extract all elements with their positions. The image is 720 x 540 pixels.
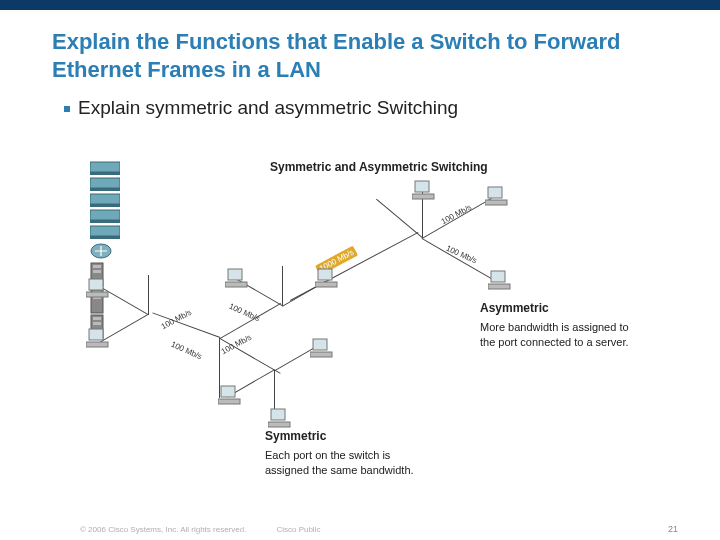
svg-rect-36 — [488, 187, 502, 198]
switch-icon — [90, 160, 120, 176]
bullet-text: Explain symmetric and asymmetric Switchi… — [78, 97, 458, 119]
svg-rect-18 — [93, 317, 101, 320]
svg-rect-5 — [90, 204, 120, 207]
slide-title: Explain the Functions that Enable a Swit… — [0, 10, 720, 91]
svg-rect-39 — [488, 284, 510, 289]
pc-icon — [412, 180, 436, 200]
top-accent-bar — [0, 0, 720, 10]
svg-rect-25 — [225, 282, 247, 287]
svg-rect-24 — [228, 269, 242, 280]
asymmetric-heading: Asymmetric — [480, 300, 630, 317]
svg-rect-37 — [485, 200, 507, 205]
link-speed-label: 100 Mb/s — [228, 302, 262, 324]
switch-icon — [90, 176, 120, 192]
pc-icon — [485, 186, 509, 206]
svg-rect-12 — [93, 265, 101, 268]
link — [422, 238, 496, 281]
svg-rect-29 — [218, 399, 240, 404]
svg-rect-30 — [313, 339, 327, 350]
svg-rect-2 — [90, 178, 120, 188]
svg-rect-26 — [318, 269, 332, 280]
svg-rect-32 — [271, 409, 285, 420]
pc-icon — [225, 268, 249, 288]
network-diagram: Symmetric and Asymmetric Switching 100 M… — [90, 160, 650, 490]
svg-rect-35 — [412, 194, 434, 199]
link — [282, 266, 283, 306]
svg-rect-7 — [90, 220, 120, 223]
svg-rect-21 — [86, 292, 108, 297]
svg-rect-34 — [415, 181, 429, 192]
svg-rect-31 — [310, 352, 332, 357]
asymmetric-body: More bandwidth is assigned to the port c… — [480, 320, 630, 351]
svg-rect-4 — [90, 194, 120, 204]
symmetric-body: Each port on the switch is assigned the … — [265, 448, 425, 479]
link — [274, 370, 275, 410]
svg-rect-13 — [93, 270, 101, 273]
svg-rect-0 — [90, 162, 120, 172]
svg-rect-6 — [90, 210, 120, 220]
svg-rect-38 — [491, 271, 505, 282]
svg-rect-28 — [221, 386, 235, 397]
pc-icon — [268, 408, 292, 428]
footer-label: Cisco Public — [276, 525, 320, 534]
link-speed-label: 100 Mb/s — [440, 203, 473, 226]
svg-rect-9 — [90, 236, 120, 239]
asymmetric-description: Asymmetric More bandwidth is assigned to… — [480, 300, 630, 351]
pc-icon — [310, 338, 334, 358]
svg-rect-27 — [315, 282, 337, 287]
svg-rect-23 — [86, 342, 108, 347]
bullet-item: Explain symmetric and asymmetric Switchi… — [0, 91, 720, 119]
pc-icon — [315, 268, 339, 288]
svg-rect-20 — [89, 279, 103, 290]
svg-rect-1 — [90, 172, 120, 175]
link-speed-label: 100 Mb/s — [160, 308, 193, 331]
footer: © 2006 Cisco Systems, Inc. All rights re… — [80, 525, 320, 534]
diagram-title: Symmetric and Asymmetric Switching — [270, 160, 488, 174]
svg-rect-8 — [90, 226, 120, 236]
link-speed-label: 100 Mb/s — [170, 340, 204, 362]
svg-rect-3 — [90, 188, 120, 191]
switch-icon — [90, 192, 120, 208]
svg-rect-19 — [93, 322, 101, 325]
page-number: 21 — [668, 524, 678, 534]
switch-icon — [90, 208, 120, 224]
link — [376, 199, 423, 238]
symmetric-heading: Symmetric — [265, 428, 425, 445]
pc-icon — [86, 278, 110, 298]
footer-copyright: © 2006 Cisco Systems, Inc. All rights re… — [80, 525, 246, 534]
pc-icon — [218, 385, 242, 405]
switch-icon — [90, 224, 120, 240]
router-icon — [90, 240, 112, 262]
svg-rect-22 — [89, 329, 103, 340]
link-backbone — [290, 232, 418, 301]
svg-rect-33 — [268, 422, 290, 427]
link — [148, 275, 149, 315]
pc-icon — [488, 270, 512, 290]
bullet-marker — [64, 106, 70, 112]
pc-icon — [86, 328, 110, 348]
symmetric-description: Symmetric Each port on the switch is ass… — [265, 428, 425, 479]
